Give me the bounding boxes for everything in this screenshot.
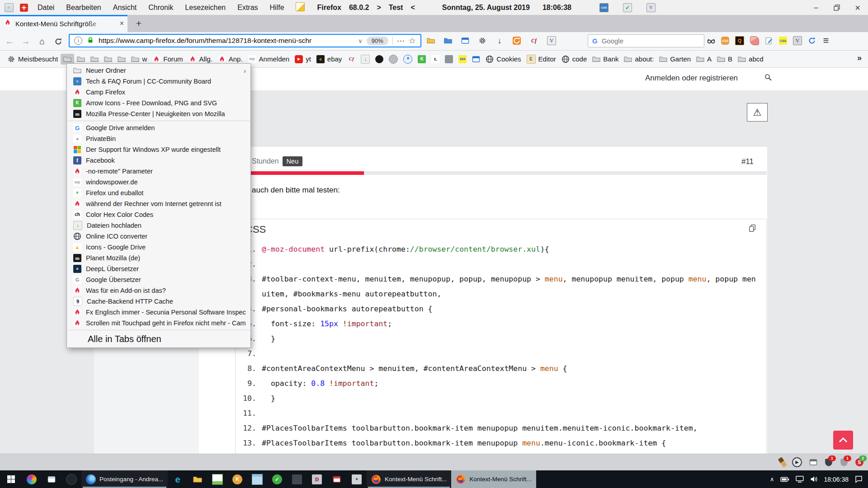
url-bar[interactable]: i https://www.camp-firefox.de/forum/them… [69,34,421,47]
bookmark-ebay[interactable]: eebay [314,54,345,65]
menu-item-rechner-vom-internet-getrennt[interactable]: während der Rechner vom Internet getrenn… [67,198,250,209]
bookmark-folder-3[interactable] [88,54,101,65]
taskbar-camera-app[interactable]: ● [347,470,367,488]
menu-item-scrollen-mit-touchpad[interactable]: Scrollen mit Touchpad geht in Firefox ni… [67,318,250,328]
close-button[interactable]: × [847,0,868,15]
bookmark-folder-garten[interactable]: Garten [656,54,693,65]
incognito-mask-icon[interactable] [707,37,715,45]
menu-item-online-ico-converter[interactable]: Online ICO converter [67,231,250,242]
css-file-icon[interactable]: CSS [599,3,609,12]
v-addon-icon[interactable]: V [793,36,802,45]
taskbar-media-app[interactable] [208,470,227,488]
bookmark-yt[interactable]: ▶yt [292,54,314,65]
blue-folder-icon[interactable] [444,37,452,45]
v-tool-icon[interactable]: V [547,36,556,45]
bookmark-folder-a[interactable]: A [693,54,714,65]
menu-item-facebook[interactable]: fFacebook [67,155,250,166]
bookmark-folder-open-active[interactable] [61,54,74,65]
menu-item-fx-englisch-immer-secunia[interactable]: Fx Englisch immer - Secunia Personal Sof… [67,307,250,318]
signin-link[interactable]: Anmelden oder registrieren [645,74,738,83]
bookmark-anmelden[interactable]: wpAnmelden [245,54,292,65]
menu-item-mozilla-presse-center[interactable]: mMozilla Presse-Center | Neuigkeiten von… [67,108,250,119]
menu-item-deepl-uebersetzer[interactable]: »DeepL Übersetzer [67,263,250,274]
taskbar-notes-app[interactable] [247,470,267,488]
taskbar-thunderbird[interactable]: Posteingang - Andrea... [81,470,168,488]
post-timestamp[interactable]: Stunden [252,157,279,165]
bookmark-flaticon[interactable]: K [415,54,429,65]
bookmark-folder-b[interactable]: B [714,54,735,65]
taskbar-red-monitor-app[interactable] [327,470,347,488]
restore-button[interactable] [826,0,847,15]
bookmark-window-app[interactable] [469,54,483,65]
download-tool-icon[interactable]: ↓ [495,37,504,45]
userscript-scroll-icon[interactable] [750,36,759,45]
css-addon-orange-icon[interactable]: CSS [721,37,729,45]
network-icon[interactable] [796,476,804,483]
menu-item-windows-xp-support[interactable]: Der Support für Windows XP wurde eingest… [67,144,250,155]
taskbar-dark-app[interactable] [287,470,307,488]
taskbar-d-app[interactable]: D [307,470,327,488]
red-grid-icon[interactable] [20,4,28,12]
campfirefox-cf-icon[interactable]: Cf [530,37,538,45]
taskbar-explorer[interactable] [188,470,208,488]
taskbar-firefox-window-2[interactable]: Kontext-Menü Schrift... [451,470,536,488]
spreadsheet-check-icon[interactable]: ✓ [623,3,632,12]
bookmark-meistbesucht[interactable]: Meistbesucht [5,54,61,65]
v-file-icon[interactable]: V [646,3,656,12]
menu-item-google-uebersetzer[interactable]: GGoogle Übersetzer [67,274,250,285]
forum-search-button[interactable] [764,73,776,85]
bookmark-forum[interactable]: Forum [150,54,185,65]
report-warning-button[interactable]: ⚠ [747,103,768,122]
strip-sketch-icon[interactable]: S2 [855,458,863,466]
bookmark-blue-wheel[interactable]: * [401,53,415,65]
search-input[interactable]: Google [602,37,623,45]
bookmark-folder-about[interactable]: about: [621,54,656,65]
menu-item-camp-firefox[interactable]: Camp Firefox [67,87,250,98]
taskbar-firefox-window-1[interactable]: Kontext-Menü Schrift... [367,470,451,488]
hamburger-menu-icon[interactable]: ≡ [822,37,830,45]
bookmark-dateien-hochladen[interactable]: ↓ [358,53,373,65]
bookmark-editor[interactable]: EEditor [524,53,559,65]
strip-shield-dark-icon[interactable]: 1 [825,458,833,466]
bookmark-folder-w[interactable]: w [128,54,150,65]
bookmark-folder-4[interactable] [101,54,115,65]
taskbar-keepass[interactable]: K [227,470,247,488]
bookmark-folder-abcd[interactable]: abcd [735,54,766,65]
menu-item-icons-google-drive[interactable]: ▲Icons - Google Drive [67,242,250,253]
menu-item-no-remote-parameter[interactable]: -no-remote" Parameter [67,166,250,177]
start-button[interactable] [0,470,22,488]
bookmark-campfirefox-cf[interactable]: Cf [344,54,358,65]
post-number-link[interactable]: #11 [741,157,754,166]
page-actions-icon[interactable]: ⋯ [397,36,405,46]
copy-code-button[interactable] [748,224,759,235]
bookmark-folder-bank[interactable]: Bank [590,54,621,65]
menu-item-planet-mozilla-de[interactable]: mPlanet Mozilla (de) [67,253,250,263]
new-tab-button[interactable]: + [132,17,146,30]
url-input[interactable]: https://www.camp-firefox.de/forum/thema/… [99,37,354,45]
bookmark-star-icon[interactable]: ☆ [409,36,416,46]
bookmark-github[interactable] [373,54,386,65]
volume-icon[interactable] [810,476,818,483]
action-center-icon[interactable] [854,475,863,483]
taskbar-dark-circle-app[interactable] [61,470,81,488]
bookmarks-window-icon[interactable]: ★ [5,3,14,12]
taskbar-antivirus[interactable]: ✓ [267,470,287,488]
taskbar-pinwheel-app[interactable] [22,470,42,488]
bookmark-anp[interactable]: Anp. [215,54,245,65]
menu-item-windowspower-de[interactable]: wpwindowspower.de [67,177,250,188]
menu-bearbeiten[interactable]: Bearbeiten [60,4,107,12]
bookmark-grey-sphere[interactable] [386,53,401,65]
site-info-icon[interactable]: i [74,37,82,45]
refresh-orange-icon[interactable] [513,37,521,45]
strip-shield-grey-icon[interactable]: 1 [840,458,848,466]
bookmark-b64[interactable]: b64 [456,54,469,65]
taskbar-edge[interactable]: e [168,470,188,488]
forward-button[interactable]: → [19,35,33,48]
taskbar-monitor-app[interactable] [42,470,61,488]
menu-item-neuer-ordner[interactable]: Neuer Ordner› [67,65,250,76]
menu-item-alle-in-tabs-oeffnen[interactable]: Alle in Tabs öffnen [67,332,250,346]
bookmark-folder-5[interactable] [115,54,128,65]
open-folder-icon[interactable] [427,37,435,45]
q-addon-icon[interactable]: Q [735,36,744,45]
battery-icon[interactable] [780,476,790,483]
